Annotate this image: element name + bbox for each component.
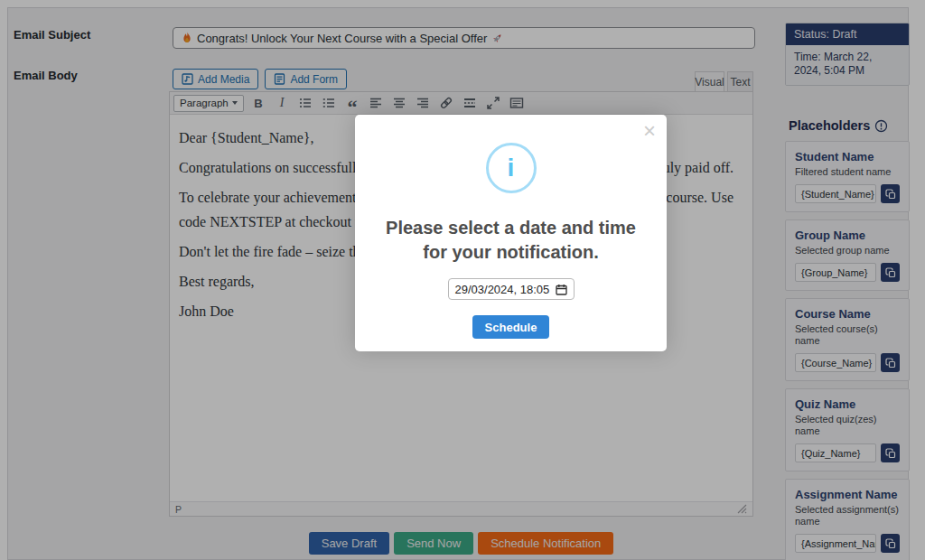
notification-editor-page: Email Subject Email Body Congrats! Unloc…	[0, 0, 925, 560]
info-circle-icon: i	[486, 143, 537, 193]
close-icon[interactable]: ×	[643, 118, 656, 144]
modal-title: Please select a date and time for your n…	[376, 216, 647, 265]
schedule-modal: × i Please select a date and time for yo…	[355, 115, 667, 351]
schedule-button[interactable]: Schedule	[472, 315, 550, 339]
datetime-input[interactable]: 29/03/2024, 18:05	[448, 278, 575, 300]
calendar-icon	[556, 284, 567, 295]
datetime-value: 29/03/2024, 18:05	[455, 283, 550, 296]
